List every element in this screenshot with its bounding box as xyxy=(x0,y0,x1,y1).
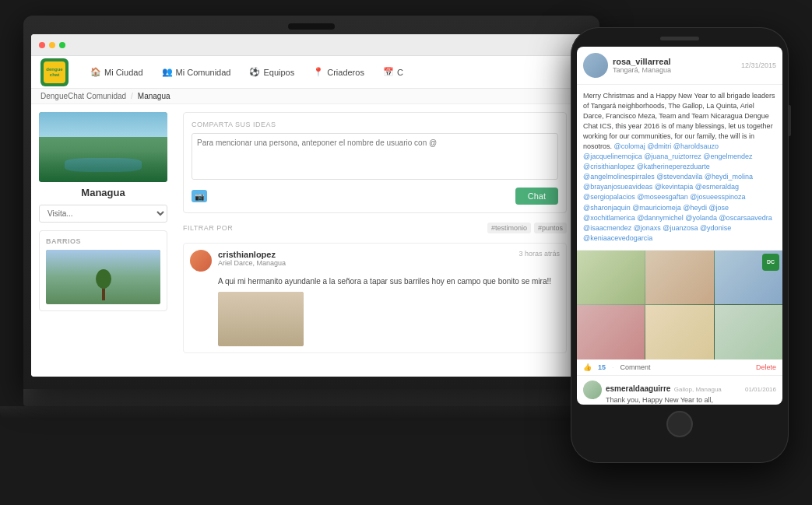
tree-top xyxy=(96,269,111,289)
phone-img-grid xyxy=(577,251,782,359)
filter-tag-testimonio[interactable]: #testimonio xyxy=(487,223,531,233)
city-name: Managua xyxy=(39,187,167,198)
phone-delete-button[interactable]: Delete xyxy=(756,363,776,371)
browser-maximize-btn[interactable] xyxy=(59,42,65,48)
comment-1: esmeraldaaguirre Gallop, Managua 01/01/2… xyxy=(577,376,782,405)
compose-label: COMPARTA SUS IDEAS xyxy=(192,121,558,128)
barrios-section: BARRIOS xyxy=(39,230,167,311)
phone-img-cell-4 xyxy=(577,305,645,359)
app-content: dengue chat 🏠 Mi Ciudad 👥 Mi Comunidad xyxy=(31,56,592,377)
filter-label: FILTRAR POR xyxy=(183,224,233,232)
phone-location: Tangará, Managua xyxy=(613,66,736,74)
compose-actions: 📷 Chat xyxy=(192,188,558,205)
post-username[interactable]: cristhianlopez xyxy=(218,250,512,259)
laptop-foot xyxy=(0,406,623,419)
nav-more[interactable]: 📅 C xyxy=(374,56,413,88)
center-column: COMPARTA SUS IDEAS 📷 Chat FILTRAR POR xyxy=(175,104,575,377)
post-img-bg xyxy=(218,292,304,346)
post-item: cristhianlopez Ariel Darce, Managua 3 ho… xyxy=(183,243,567,353)
phone-img-cell-6 xyxy=(715,305,782,359)
phone-img-cell-2 xyxy=(645,251,713,305)
app-logo-inner: dengue chat xyxy=(44,61,65,83)
laptop-base xyxy=(23,389,599,406)
equipos-icon: ⚽ xyxy=(249,67,260,77)
post-avatar xyxy=(190,250,212,272)
post-meta: cristhianlopez Ariel Darce, Managua xyxy=(218,250,512,267)
comment-text-1: Thank you, Happy New Year to all, xyxy=(606,396,776,405)
phone-speaker xyxy=(660,37,699,40)
phone-logo-text: DC xyxy=(767,259,775,265)
laptop-screen: dengue chat 🏠 Mi Ciudad 👥 Mi Comunidad xyxy=(31,34,592,377)
browser-bar xyxy=(31,34,592,56)
left-column: Managua Visita... BARRIOS xyxy=(31,104,175,377)
browser-close-btn[interactable] xyxy=(39,42,45,48)
filter-tag-puntos[interactable]: #puntos xyxy=(534,223,567,233)
nav-mi-ciudad-label: Mi Ciudad xyxy=(104,68,143,77)
nav-equipos-label: Equipos xyxy=(263,68,294,77)
filter-bar: FILTRAR POR #testimonio #puntos xyxy=(183,219,567,237)
nav-mi-comunidad-label: Mi Comunidad xyxy=(176,68,231,77)
chat-button[interactable]: Chat xyxy=(515,188,558,205)
city-image xyxy=(39,112,167,182)
phone-side-button[interactable] xyxy=(789,105,791,136)
laptop: dengue chat 🏠 Mi Ciudad 👥 Mi Comunidad xyxy=(23,16,599,475)
post-header: cristhianlopez Ariel Darce, Managua 3 ho… xyxy=(190,250,560,272)
phone-img-cell-5 xyxy=(645,305,713,359)
breadcrumb-current: Managua xyxy=(138,92,170,100)
comment-meta-1: esmeraldaaguirre Gallop, Managua xyxy=(606,381,722,395)
nav-mi-ciudad[interactable]: 🏠 Mi Ciudad xyxy=(81,56,153,88)
action-separator: · xyxy=(612,363,614,371)
nav-mi-comunidad[interactable]: 👥 Mi Comunidad xyxy=(153,56,241,88)
phone-body: rosa_villarreal Tangará, Managua 12/31/2… xyxy=(571,27,789,463)
phone-post-image: DC xyxy=(577,251,782,359)
comment-header-1: esmeraldaaguirre Gallop, Managua 01/01/2… xyxy=(606,381,776,395)
phone-post-header: rosa_villarreal Tangará, Managua 12/31/2… xyxy=(577,47,782,85)
city-image-overlay xyxy=(39,151,167,182)
like-count[interactable]: 15 xyxy=(598,363,606,371)
nav-more-label: C xyxy=(397,68,403,77)
breadcrumb-separator: / xyxy=(131,92,133,100)
criaderos-icon: 📍 xyxy=(313,67,324,77)
phone-home-button[interactable] xyxy=(666,411,693,437)
compose-textarea[interactable] xyxy=(192,133,558,180)
nav-criaderos[interactable]: 📍 Criaderos xyxy=(304,56,374,88)
visita-select[interactable]: Visita... xyxy=(39,205,167,223)
comment-username-1[interactable]: esmeraldaaguirre xyxy=(606,384,670,393)
phone-screen: rosa_villarreal Tangará, Managua 12/31/2… xyxy=(577,47,782,405)
comment-avatar-1 xyxy=(583,381,602,399)
phone-date: 12/31/2015 xyxy=(741,61,776,69)
app-logo[interactable]: dengue chat xyxy=(40,58,69,86)
phone-img-cell-1 xyxy=(577,251,645,305)
browser-minimize-btn[interactable] xyxy=(49,42,55,48)
laptop-camera xyxy=(288,23,335,30)
phone-username[interactable]: rosa_villarreal xyxy=(613,57,736,66)
comment-location-1: Gallop, Managua xyxy=(674,386,722,393)
barrios-image xyxy=(46,250,160,304)
mi-comunidad-icon: 👥 xyxy=(162,67,173,77)
comment-button[interactable]: Comment xyxy=(620,363,651,371)
comment-date-1: 01/01/2016 xyxy=(745,386,776,393)
phone-post-text: Merry Christmas and a Happy New Year to … xyxy=(577,85,782,251)
post-body: A qui mi hermanito ayundanle a la señora… xyxy=(218,276,560,287)
phone-post-avatar xyxy=(583,53,608,78)
comment-body-1: esmeraldaaguirre Gallop, Managua 01/01/2… xyxy=(606,381,776,405)
phone-user-info: rosa_villarreal Tangará, Managua xyxy=(613,57,736,74)
mi-ciudad-icon: 🏠 xyxy=(90,67,101,77)
post-time: 3 horas atrás xyxy=(518,250,560,258)
phone-logo-overlay: DC xyxy=(762,254,779,271)
phone-mentions: @colomaj @dmitri @haroldsauzo @jacquelin… xyxy=(583,142,772,241)
breadcrumb-parent[interactable]: DengueChat Comunidad xyxy=(40,92,126,100)
filter-tags: #testimonio #puntos xyxy=(487,223,567,233)
breadcrumb: DengueChat Comunidad / Managua xyxy=(31,89,592,104)
barrios-title: BARRIOS xyxy=(46,237,160,245)
phone: rosa_villarreal Tangará, Managua 12/31/2… xyxy=(571,27,789,463)
laptop-body: dengue chat 🏠 Mi Ciudad 👥 Mi Comunidad xyxy=(23,16,599,389)
main-layout: Managua Visita... BARRIOS xyxy=(31,104,592,377)
phone-post-body: Merry Christmas and a Happy New Year to … xyxy=(583,92,775,150)
nav-criaderos-label: Criaderos xyxy=(327,68,364,77)
nav-equipos[interactable]: ⚽ Equipos xyxy=(240,56,304,88)
post-location: Ariel Darce, Managua xyxy=(218,259,512,267)
camera-icon[interactable]: 📷 xyxy=(192,190,207,202)
nav-items: 🏠 Mi Ciudad 👥 Mi Comunidad ⚽ Equipos xyxy=(81,56,413,88)
nav-bar: dengue chat 🏠 Mi Ciudad 👥 Mi Comunidad xyxy=(31,56,592,89)
